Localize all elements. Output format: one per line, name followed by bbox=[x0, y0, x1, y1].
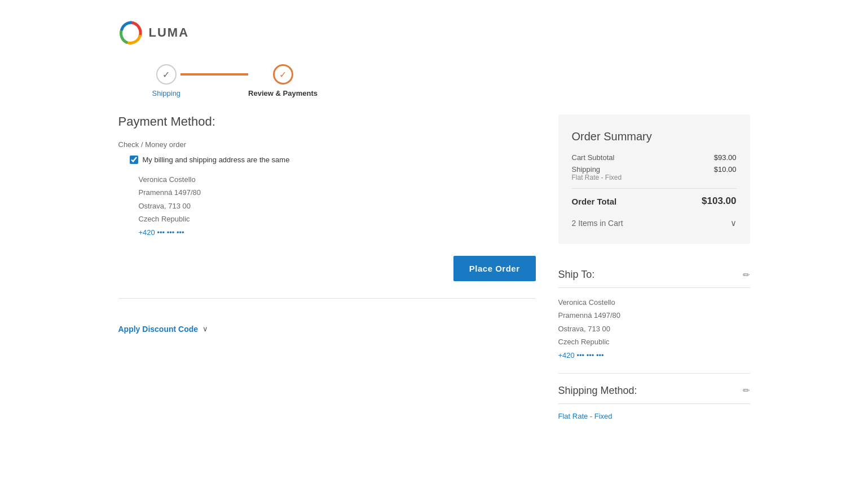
items-in-cart-chevron-icon: ∨ bbox=[730, 218, 737, 228]
billing-address-street: Pramenná 1497/80 bbox=[139, 186, 536, 199]
shipping-row: Shipping Flat Rate - Fixed $10.00 bbox=[572, 165, 737, 181]
header: LUMA bbox=[118, 11, 750, 59]
shipping-sublabel: Flat Rate - Fixed bbox=[572, 174, 622, 181]
step-shipping-circle: ✓ bbox=[156, 64, 177, 85]
place-order-button[interactable]: Place Order bbox=[453, 256, 536, 281]
payment-section-title: Payment Method: bbox=[118, 114, 536, 129]
cart-subtotal-value: $93.00 bbox=[714, 153, 737, 162]
ship-to-edit-icon[interactable]: ✏ bbox=[743, 270, 750, 280]
step-shipping-label: Shipping bbox=[152, 89, 181, 97]
left-panel: Payment Method: Check / Money order My b… bbox=[118, 114, 536, 343]
shipping-method-section: Shipping Method: ✏ Flat Rate - Fixed bbox=[558, 374, 750, 432]
shipping-value: $10.00 bbox=[714, 165, 737, 174]
cart-subtotal-row: Cart Subtotal $93.00 bbox=[572, 153, 737, 162]
items-in-cart-row[interactable]: 2 Items in Cart ∨ bbox=[572, 211, 737, 228]
billing-checkbox[interactable] bbox=[130, 156, 138, 164]
billing-checkbox-row: My billing and shipping address are the … bbox=[130, 156, 536, 164]
discount-chevron-icon: ∨ bbox=[202, 325, 208, 333]
order-summary-box: Order Summary Cart Subtotal $93.00 Shipp… bbox=[558, 114, 750, 244]
billing-address-phone: +420 ••• ••• ••• bbox=[139, 226, 536, 239]
ship-to-header: Ship To: ✏ bbox=[558, 269, 750, 281]
right-panel: Order Summary Cart Subtotal $93.00 Shipp… bbox=[558, 114, 750, 432]
cart-subtotal-label: Cart Subtotal bbox=[572, 153, 615, 162]
luma-logo-icon bbox=[118, 20, 143, 45]
shipping-method-title: Shipping Method: bbox=[558, 385, 637, 397]
shipping-method-header: Shipping Method: ✏ bbox=[558, 385, 750, 397]
shipping-method-value: Flat Rate - Fixed bbox=[558, 412, 750, 420]
ship-to-phone: +420 ••• ••• ••• bbox=[558, 349, 750, 362]
ship-to-street: Pramenná 1497/80 bbox=[558, 309, 750, 322]
step-review-circle: ✓ bbox=[273, 64, 293, 85]
shipping-label: Shipping bbox=[572, 165, 622, 174]
billing-checkbox-label[interactable]: My billing and shipping address are the … bbox=[143, 156, 290, 164]
order-summary-title: Order Summary bbox=[572, 130, 737, 143]
shipping-method-edit-icon[interactable]: ✏ bbox=[743, 385, 750, 396]
step-review-payments: ✓ Review & Payments bbox=[248, 64, 318, 97]
progress-steps: ✓ Shipping ✓ Review & Payments bbox=[118, 59, 750, 114]
ship-to-address: Veronica Costello Pramenná 1497/80 Ostra… bbox=[558, 296, 750, 362]
shipping-method-divider bbox=[558, 403, 750, 404]
apply-discount-row[interactable]: Apply Discount Code ∨ bbox=[118, 316, 536, 343]
summary-divider bbox=[572, 188, 737, 189]
billing-address-city: Ostrava, 713 00 bbox=[139, 199, 536, 212]
payment-method-label: Check / Money order bbox=[118, 140, 536, 149]
ship-to-divider bbox=[558, 287, 750, 288]
step-review-label: Review & Payments bbox=[248, 89, 318, 97]
order-total-row: Order Total $103.00 bbox=[572, 196, 737, 207]
ship-to-section: Ship To: ✏ Veronica Costello Pramenná 14… bbox=[558, 258, 750, 374]
order-total-value: $103.00 bbox=[702, 196, 736, 207]
ship-to-name: Veronica Costello bbox=[558, 296, 750, 309]
step-shipping: ✓ Shipping bbox=[152, 64, 181, 97]
billing-address-name: Veronica Costello bbox=[139, 173, 536, 186]
ship-to-title: Ship To: bbox=[558, 269, 595, 281]
ship-to-country: Czech Republic bbox=[558, 335, 750, 348]
discount-label: Apply Discount Code bbox=[118, 325, 199, 334]
items-in-cart-label: 2 Items in Cart bbox=[572, 219, 623, 228]
order-total-label: Order Total bbox=[572, 197, 617, 206]
billing-address-country: Czech Republic bbox=[139, 212, 536, 225]
logo-text: LUMA bbox=[149, 25, 190, 40]
progress-line bbox=[180, 73, 248, 76]
billing-address-block: Veronica Costello Pramenná 1497/80 Ostra… bbox=[139, 173, 536, 239]
section-divider bbox=[118, 298, 536, 299]
ship-to-city: Ostrava, 713 00 bbox=[558, 322, 750, 335]
